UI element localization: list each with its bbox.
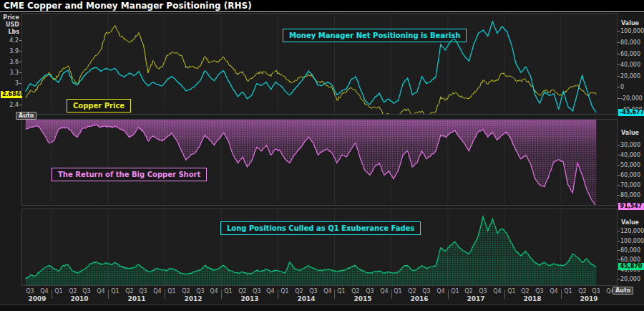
- y-axis-tick-label: 60,000: [620, 257, 640, 263]
- y-axis-tick-mark: [19, 83, 21, 84]
- x-axis-quarter-label: Q3: [533, 288, 546, 295]
- x-axis-quarter-label: Q4: [547, 288, 560, 295]
- x-axis-year-label: 2010: [68, 295, 91, 302]
- y-axis-tick-mark: [618, 31, 620, 32]
- y-axis-tick-mark: [618, 155, 620, 156]
- x-axis-year-label: 2015: [351, 295, 374, 302]
- window-bottom-strip: [0, 305, 644, 311]
- left-axis-header: Price USD Lbs: [0, 14, 19, 36]
- y-axis-tick-mark: [618, 259, 620, 260]
- auto-scale-button-left[interactable]: Auto: [16, 112, 36, 120]
- x-axis-year-label: 2011: [125, 295, 148, 302]
- chart-area[interactable]: Price USD Lbs Money Manager Net Position…: [0, 13, 644, 305]
- right-axis-header: Value: [621, 20, 639, 27]
- x-axis-year-separator: [165, 290, 165, 299]
- right-axis-header: Value: [621, 130, 639, 136]
- y-axis-tick-mark: [618, 64, 620, 65]
- y-axis-tick-mark: [618, 145, 620, 145]
- x-axis-quarter-label: Q4: [94, 288, 107, 295]
- terminal-chart-window: CME Copper and Money Manager Positioning…: [0, 0, 644, 311]
- y-axis-tick-mark: [19, 105, 21, 105]
- left-axis-header-usd: USD: [0, 21, 19, 29]
- y-axis-tick-mark: [19, 51, 21, 52]
- annotation-big-copper-short[interactable]: The Return of the Big Copper Short: [52, 168, 207, 181]
- annotation-net-positioning-bearish[interactable]: Money Manager Net Positioning is Bearish: [283, 29, 467, 42]
- x-axis-year-separator: [278, 290, 278, 299]
- y-axis-tick-label: 80,000: [620, 247, 640, 254]
- x-axis-quarter-label: Q3: [137, 288, 150, 295]
- y-axis-tick-label: 20,000: [620, 73, 640, 80]
- x-axis-quarter-label: Q2: [180, 288, 192, 295]
- y-axis-tick-mark: [618, 54, 620, 54]
- y-axis-tick-mark: [19, 62, 21, 62]
- x-axis-quarter-label: Q2: [406, 288, 419, 295]
- auto-scale-button-right[interactable]: Auto: [613, 287, 633, 295]
- x-axis-quarter-label: Q3: [250, 288, 263, 295]
- x-axis-quarter-label: Q4: [491, 288, 504, 295]
- last-value-badge-net: -45,677: [618, 109, 644, 116]
- x-axis-quarter-label: Q2: [349, 288, 362, 295]
- x-axis-quarter-label: Q2: [293, 288, 306, 295]
- x-axis-year-separator: [221, 290, 222, 299]
- y-axis-tick-mark: [618, 165, 620, 166]
- y-axis-tick-label: 60,000: [620, 172, 640, 178]
- y-axis-tick-mark: [19, 40, 21, 41]
- x-axis-quarter-label: Q3: [80, 288, 93, 295]
- y-axis-tick-mark: [19, 72, 21, 73]
- y-axis-tick-label: -20,000: [620, 95, 643, 102]
- y-axis-tick-mark: [618, 185, 620, 186]
- last-value-badge-long: 45,870: [618, 263, 644, 270]
- x-axis-quarter-label: Q1: [165, 288, 178, 295]
- x-axis-quarter-label: Q1: [278, 288, 291, 295]
- y-axis-tick-label: 4.2: [0, 37, 19, 44]
- x-axis-quarter-label: Q2: [236, 288, 249, 295]
- y-axis-tick-label: 3.9: [0, 48, 19, 54]
- x-axis-year-separator: [52, 290, 52, 299]
- panel-gross-longs[interactable]: [21, 209, 618, 286]
- left-axis-header-lbs: Lbs: [0, 29, 19, 36]
- y-axis-tick-label: 0: [620, 84, 624, 90]
- x-axis-quarter-label: Q4: [208, 288, 220, 295]
- last-price-badge-copper: 2.6840: [1, 91, 22, 98]
- x-axis-quarter-label: Q1: [391, 288, 404, 295]
- x-axis-quarter-label: Q1: [562, 288, 575, 295]
- x-axis-quarter-label: Q1: [52, 288, 65, 295]
- x-axis-quarter-label: Q3: [364, 288, 376, 295]
- x-axis-quarter-label: Q4: [378, 288, 391, 295]
- y-axis-tick-mark: [618, 279, 620, 279]
- y-axis-tick-mark: [618, 241, 620, 241]
- x-axis-year-separator: [108, 290, 109, 299]
- y-axis-tick-mark: [618, 98, 620, 99]
- panel-gross-shorts[interactable]: [21, 119, 618, 206]
- y-axis-tick-label: 80,000: [620, 192, 640, 198]
- chart-title: CME Copper and Money Manager Positioning…: [0, 0, 644, 12]
- x-axis-quarter-label: Q1: [335, 288, 348, 295]
- x-axis-year-separator: [334, 290, 335, 299]
- y-axis-tick-mark: [618, 87, 620, 87]
- x-axis-quarter-label: Q2: [519, 288, 532, 295]
- x-axis-quarter-label: Q3: [24, 288, 36, 295]
- y-axis-tick-label: 80,000: [620, 39, 640, 46]
- x-axis-year-label: 2012: [182, 295, 205, 302]
- y-axis-tick-label: 120,000: [620, 228, 644, 234]
- left-axis-header-price: Price: [0, 14, 19, 21]
- y-axis-tick-label: 50,000: [620, 162, 640, 168]
- x-axis-year-separator: [448, 290, 449, 299]
- x-axis-quarter-label: Q4: [151, 288, 164, 295]
- x-axis-quarter-label: Q3: [307, 288, 320, 295]
- y-axis-tick-label: 20,000: [620, 276, 640, 282]
- y-axis-tick-label: 3: [0, 80, 19, 87]
- last-value-badge-short: 91,547: [618, 203, 644, 210]
- x-axis-year-label: 2017: [464, 295, 487, 302]
- money-manager-gross-short-positioning-fill-gradient: [26, 119, 597, 206]
- x-axis-quarter-label: Q2: [67, 288, 79, 295]
- x-axis-quarter-label: Q1: [505, 288, 518, 295]
- x-axis-quarter-label: Q4: [264, 288, 277, 295]
- x-axis-year-label: 2016: [408, 295, 431, 302]
- y-axis-tick-label: 40,000: [620, 62, 640, 68]
- y-axis-tick-mark: [618, 175, 620, 176]
- y-axis-tick-mark: [618, 76, 620, 77]
- annotation-copper-price[interactable]: Copper Price: [67, 99, 131, 113]
- x-axis-quarter-label: Q2: [462, 288, 475, 295]
- annotation-long-positions-culled[interactable]: Long Positions Culled as Q1 Exuberance F…: [220, 221, 421, 235]
